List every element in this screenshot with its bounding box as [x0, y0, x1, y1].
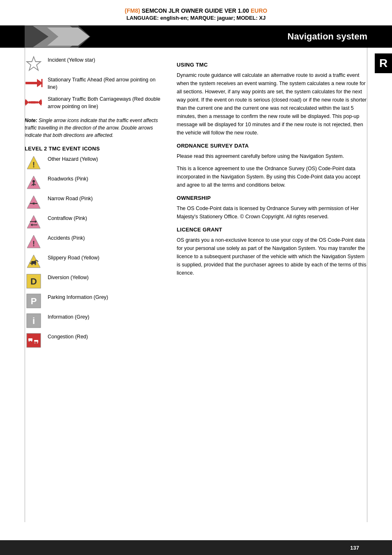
svg-marker-11 — [38, 99, 41, 106]
icon-row-information: i Information (Grey) — [25, 313, 164, 328]
note-bold: Note: — [25, 118, 37, 123]
icon-row-congestion: Congestion (Red) — [25, 333, 164, 348]
svg-rect-43 — [28, 338, 32, 341]
para-ordnance-0: Please read this agreement carefully bef… — [177, 152, 367, 160]
tmc-level1-section: Incident (Yellow star) Stationary Traffi… — [25, 56, 164, 110]
svg-rect-49 — [29, 342, 37, 342]
para-ownership-0: The OS Code-Point data is licensed by Or… — [177, 204, 367, 221]
para-licence-0: OS grants you a non-exclusive licence to… — [177, 236, 367, 277]
icon-slippery — [25, 254, 43, 269]
header-line1: (FM8) SEMCON JLR OWNER GUIDE VER 1.00 EU… — [0, 7, 392, 14]
banner-graphic — [25, 25, 90, 48]
euro-label: EURO — [251, 7, 267, 14]
header-middle: SEMCON JLR OWNER GUIDE VER 1.00 — [140, 7, 251, 14]
margin-line-right — [367, 45, 367, 522]
nav-banner-wrapper: Navigation system — [0, 25, 392, 48]
icon-incident — [25, 56, 43, 72]
label-congestion: Congestion (Red) — [48, 333, 88, 341]
label-roadworks: Roadworks (Pink) — [48, 175, 88, 183]
icon-row-accidents: ! Accidents (Pink) — [25, 234, 164, 250]
icon-diversion: D — [25, 273, 43, 289]
svg-text:P: P — [31, 296, 37, 306]
heading-ordnance-survey: ORDNANCE SURVEY DATA — [177, 143, 367, 149]
svg-marker-8 — [25, 99, 29, 106]
label-diversion: Diversion (Yellow) — [48, 273, 89, 282]
section-ordnance-survey: ORDNANCE SURVEY DATA Please read this ag… — [177, 143, 367, 189]
icon-stationary-ahead — [25, 76, 43, 90]
level2-heading: LEVEL 2 TMC EVENT ICONS — [25, 146, 164, 152]
para-using-tmc-0: Dynamic route guidance will calculate an… — [177, 71, 367, 137]
icon-roadworks — [25, 175, 43, 190]
svg-text:!: ! — [32, 161, 35, 169]
svg-rect-4 — [25, 82, 37, 84]
note-text: Note: Single arrow icons indicate that t… — [25, 117, 164, 139]
label-information: Information (Grey) — [48, 313, 89, 321]
r-tab: R — [375, 53, 392, 73]
svg-point-35 — [35, 264, 36, 265]
margin-line-left — [25, 45, 25, 522]
label-stationary-ahead: Stationary Traffic Ahead (Red arrow poin… — [48, 76, 164, 91]
svg-text:i: i — [32, 316, 35, 326]
note-body: Single arrow icons indicate that the tra… — [25, 118, 158, 138]
nav-banner: Navigation system — [0, 25, 392, 48]
section-using-tmc: USING TMC Dynamic route guidance will ca… — [177, 62, 367, 137]
icon-congestion — [25, 333, 43, 348]
icon-row-roadworks: Roadworks (Pink) — [25, 175, 164, 190]
icon-row-incident: Incident (Yellow star) — [25, 56, 164, 72]
svg-text:D: D — [30, 276, 37, 287]
heading-licence-grant: LICENCE GRANT — [177, 227, 367, 233]
icon-row-slippery: Slippery Road (Yellow) — [25, 254, 164, 269]
icon-accidents: ! — [25, 234, 43, 250]
label-narrow-road: Narrow Road (Pink) — [48, 194, 93, 203]
icon-narrow-road — [25, 194, 43, 210]
icon-row-hazard: ! Other Hazard (Yellow) — [25, 155, 164, 171]
label-stationary-both: Stationary Traffic Both Carriageways (Re… — [48, 95, 164, 110]
svg-rect-12 — [31, 101, 38, 103]
label-parking: Parking Information (Grey) — [48, 293, 108, 301]
icon-row-stationary-both: Stationary Traffic Both Carriageways (Re… — [25, 95, 164, 110]
svg-text:!: ! — [32, 240, 35, 248]
icon-row-diversion: D Diversion (Yellow) — [25, 273, 164, 289]
heading-using-tmc: USING TMC — [177, 62, 367, 68]
label-incident: Incident (Yellow star) — [48, 56, 95, 64]
icon-row-stationary-ahead: Stationary Traffic Ahead (Red arrow poin… — [25, 76, 164, 91]
icon-row-contraflow: Contraflow (Pink) — [25, 214, 164, 230]
page-footer: 137 — [0, 540, 392, 555]
icon-row-parking: P Parking Information (Grey) — [25, 293, 164, 309]
page-number: 137 — [350, 545, 359, 551]
svg-marker-3 — [27, 57, 41, 70]
svg-marker-20 — [27, 196, 40, 208]
svg-point-16 — [32, 180, 35, 183]
icon-parking: P — [25, 293, 43, 309]
left-column: Incident (Yellow star) Stationary Traffi… — [25, 56, 164, 352]
para-ordnance-1: This is a licence agreement to use the O… — [177, 164, 367, 189]
footer-bar: 137 — [0, 540, 392, 555]
fm8-label: (FM8) — [125, 7, 140, 14]
header-line2: LANGUAGE: english-en; MARQUE: jaguar; MO… — [0, 15, 392, 21]
page-header: (FM8) SEMCON JLR OWNER GUIDE VER 1.00 EU… — [0, 0, 392, 25]
icon-information: i — [25, 313, 43, 328]
label-slippery: Slippery Road (Yellow) — [48, 254, 99, 262]
label-hazard: Other Hazard (Yellow) — [48, 155, 98, 163]
page: (FM8) SEMCON JLR OWNER GUIDE VER 1.00 EU… — [0, 0, 392, 361]
section-ownership: OWNERSHIP The OS Code-Point data is lice… — [177, 195, 367, 221]
icon-hazard: ! — [25, 155, 43, 171]
right-column: USING TMC Dynamic route guidance will ca… — [177, 56, 367, 352]
label-contraflow: Contraflow (Pink) — [48, 214, 87, 222]
icon-contraflow — [25, 214, 43, 230]
nav-banner-title: Navigation system — [288, 31, 367, 42]
icon-row-narrow-road: Narrow Road (Pink) — [25, 194, 164, 210]
icon-stationary-both — [25, 95, 43, 110]
section-licence-grant: LICENCE GRANT OS grants you a non-exclus… — [177, 227, 367, 277]
main-content: Incident (Yellow star) Stationary Traffi… — [0, 48, 392, 361]
heading-ownership: OWNERSHIP — [177, 195, 367, 201]
label-accidents: Accidents (Pink) — [48, 234, 85, 242]
